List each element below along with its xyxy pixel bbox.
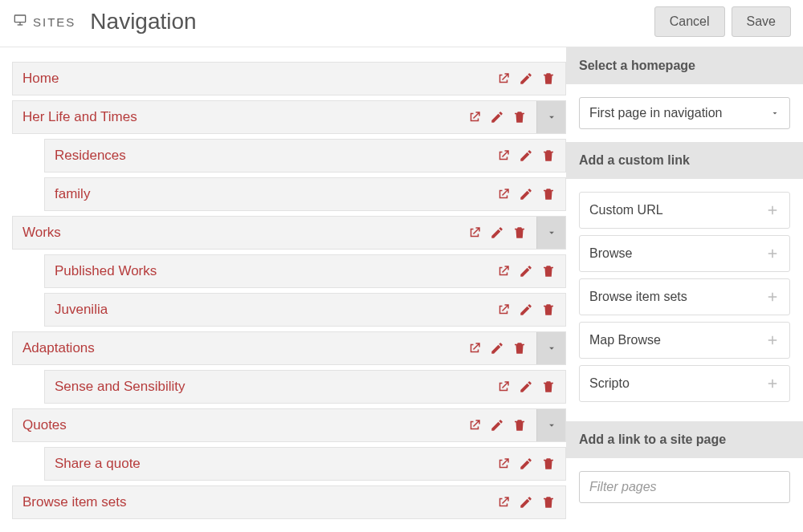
homepage-dropdown-label: First page in navigation (589, 106, 770, 120)
site-page-panel-body (566, 458, 803, 516)
add-link-option-label: Browse item sets (589, 290, 765, 304)
collapse-toggle[interactable] (536, 332, 565, 364)
edit-icon[interactable] (488, 108, 506, 126)
plus-icon (765, 376, 780, 391)
caret-down-icon (770, 108, 780, 118)
collapse-toggle[interactable] (536, 217, 565, 249)
external-link-icon[interactable] (495, 378, 512, 396)
edit-icon[interactable] (517, 455, 535, 473)
nav-item-label: Sense and Sensibility (45, 379, 495, 395)
nav-row[interactable]: Share a quote (44, 447, 566, 481)
add-link-option[interactable]: Custom URL (579, 192, 790, 229)
external-link-icon[interactable] (466, 224, 483, 242)
edit-icon[interactable] (517, 493, 535, 511)
nav-row[interactable]: Her Life and Times (12, 100, 566, 134)
nav-item-actions (466, 339, 536, 357)
nav-row[interactable]: Juvenilia (44, 293, 566, 327)
save-button[interactable]: Save (732, 6, 791, 37)
nav-row[interactable]: Works (12, 216, 566, 250)
page-title: Navigation (90, 9, 196, 35)
delete-icon[interactable] (540, 455, 557, 473)
nav-row[interactable]: Sense and Sensibility (44, 370, 566, 404)
page-header: SITES Navigation Cancel Save (0, 0, 803, 47)
edit-icon[interactable] (517, 378, 535, 396)
homepage-dropdown[interactable]: First page in navigation (579, 97, 790, 129)
nav-item-actions (466, 108, 536, 126)
add-link-option[interactable]: Scripto (579, 365, 790, 402)
homepage-panel-body: First page in navigation (566, 84, 803, 142)
add-link-option-label: Custom URL (589, 203, 765, 217)
collapse-toggle[interactable] (536, 101, 565, 133)
delete-icon[interactable] (511, 224, 528, 242)
nav-item-actions (495, 378, 565, 396)
edit-icon[interactable] (517, 147, 535, 164)
delete-icon[interactable] (540, 301, 557, 319)
sidebar: Select a homepage First page in navigati… (566, 47, 803, 524)
external-link-icon[interactable] (466, 416, 483, 434)
plus-icon (765, 246, 780, 261)
nav-item-label: Published Works (45, 263, 495, 279)
collapse-toggle[interactable] (536, 409, 565, 441)
add-link-option[interactable]: Map Browse (579, 322, 790, 359)
nav-row[interactable]: Adaptations (12, 331, 566, 365)
delete-icon[interactable] (540, 185, 557, 203)
nav-item-actions (495, 262, 565, 280)
custom-link-panel-body: Custom URLBrowseBrowse item setsMap Brow… (566, 179, 803, 421)
add-link-option-label: Browse (589, 246, 765, 261)
delete-icon[interactable] (540, 147, 557, 164)
add-link-option[interactable]: Browse item sets (579, 278, 790, 315)
delete-icon[interactable] (511, 416, 528, 434)
nav-row[interactable]: Quotes (12, 408, 566, 442)
edit-icon[interactable] (488, 339, 506, 357)
add-link-option-label: Map Browse (589, 333, 765, 347)
external-link-icon[interactable] (495, 301, 512, 319)
external-link-icon[interactable] (495, 185, 512, 203)
edit-icon[interactable] (517, 262, 535, 280)
nav-item-actions (495, 147, 565, 164)
delete-icon[interactable] (540, 262, 557, 280)
monitor-icon (12, 14, 28, 30)
plus-icon (765, 290, 780, 304)
nav-item-actions (466, 224, 536, 242)
breadcrumb-sites[interactable]: SITES (33, 15, 75, 29)
nav-row[interactable]: Published Works (44, 254, 566, 288)
homepage-panel-header: Select a homepage (566, 47, 803, 84)
nav-item-actions (495, 70, 565, 87)
nav-item-label: Quotes (13, 417, 466, 433)
nav-item-label: Home (13, 71, 495, 87)
nav-row[interactable]: Residences (44, 139, 566, 173)
nav-row[interactable]: Browse item sets (12, 485, 566, 519)
external-link-icon[interactable] (466, 108, 483, 126)
edit-icon[interactable] (517, 185, 535, 203)
custom-link-panel-header: Add a custom link (566, 142, 803, 179)
nav-item-actions (466, 416, 536, 434)
external-link-icon[interactable] (466, 339, 483, 357)
external-link-icon[interactable] (495, 262, 512, 280)
external-link-icon[interactable] (495, 455, 512, 473)
nav-item-actions (495, 455, 565, 473)
edit-icon[interactable] (517, 70, 535, 87)
cancel-button[interactable]: Cancel (654, 6, 725, 37)
nav-item-label: Share a quote (45, 456, 495, 472)
navigation-tree: HomeHer Life and TimesResidencesfamilyWo… (0, 47, 566, 524)
nav-row[interactable]: family (44, 177, 566, 211)
site-page-panel-header: Add a link to a site page (566, 421, 803, 458)
delete-icon[interactable] (511, 339, 528, 357)
delete-icon[interactable] (540, 493, 557, 511)
nav-item-label: family (45, 186, 495, 202)
external-link-icon[interactable] (495, 70, 512, 87)
nav-row[interactable]: Home (12, 62, 566, 95)
edit-icon[interactable] (488, 224, 506, 242)
filter-pages-input[interactable] (579, 471, 790, 503)
edit-icon[interactable] (517, 301, 535, 319)
nav-item-label: Works (13, 225, 466, 241)
delete-icon[interactable] (511, 108, 528, 126)
delete-icon[interactable] (540, 378, 557, 396)
nav-item-actions (495, 185, 565, 203)
nav-item-label: Browse item sets (13, 494, 495, 510)
external-link-icon[interactable] (495, 493, 512, 511)
edit-icon[interactable] (488, 416, 506, 434)
add-link-option[interactable]: Browse (579, 235, 790, 272)
delete-icon[interactable] (540, 70, 557, 87)
external-link-icon[interactable] (495, 147, 512, 164)
